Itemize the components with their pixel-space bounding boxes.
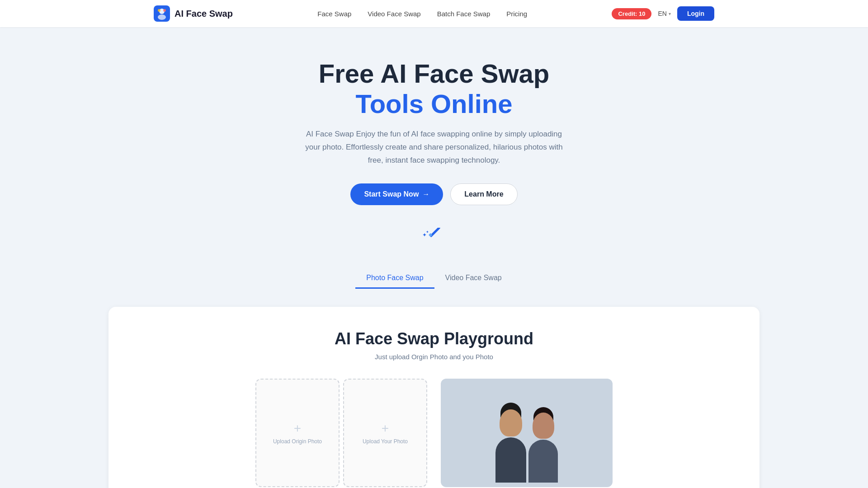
magic-wand-icon: ✦ ✦ xyxy=(422,228,446,256)
credit-badge: Credit: 10 xyxy=(612,8,651,19)
arrow-right-icon: → xyxy=(422,190,429,198)
upload-plus-icon-2: + xyxy=(382,421,389,436)
upload-origin-label: Upload Origin Photo xyxy=(273,438,322,445)
head-2 xyxy=(533,413,554,439)
result-area xyxy=(441,379,613,487)
hero-title-line2: Tools Online xyxy=(9,89,859,119)
head-1 xyxy=(500,409,522,436)
nav-face-swap[interactable]: Face Swap xyxy=(317,10,351,18)
hero-buttons: Start Swap Now → Learn More xyxy=(9,183,859,205)
nav-pricing[interactable]: Pricing xyxy=(506,10,527,18)
header: AI Face Swap Face Swap Video Face Swap B… xyxy=(0,0,868,27)
magic-icon-area: ✦ ✦ xyxy=(9,228,859,256)
tabs-area: Photo Face Swap Video Face Swap xyxy=(9,268,859,289)
person-figure-2 xyxy=(528,407,558,483)
nav-video-face-swap[interactable]: Video Face Swap xyxy=(368,10,420,18)
result-photo xyxy=(441,379,613,487)
body-1 xyxy=(495,437,526,483)
logo[interactable]: AI Face Swap xyxy=(154,5,233,22)
lang-selector[interactable]: EN ▾ xyxy=(658,10,670,17)
upload-your-photo[interactable]: + Upload Your Photo xyxy=(343,379,427,487)
playground-title: AI Face Swap Playground xyxy=(127,329,741,348)
header-right: Credit: 10 EN ▾ Login xyxy=(612,6,714,21)
hero-section: Free AI Face Swap Tools Online AI Face S… xyxy=(0,27,868,307)
tab-photo-face-swap[interactable]: Photo Face Swap xyxy=(355,268,434,289)
login-button[interactable]: Login xyxy=(677,6,714,21)
chevron-down-icon: ▾ xyxy=(669,11,671,16)
lang-label: EN xyxy=(658,10,666,17)
playground-section: AI Face Swap Playground Just upload Orgi… xyxy=(0,307,868,488)
nav-batch-face-swap[interactable]: Batch Face Swap xyxy=(437,10,491,18)
playground-subtitle: Just upload Orgin Photo and you Photo xyxy=(127,353,741,361)
logo-icon xyxy=(154,5,170,22)
hero-subtitle: AI Face Swap Enjoy the fun of AI face sw… xyxy=(298,128,570,167)
playground-content: + Upload Origin Photo + Upload Your Phot… xyxy=(127,379,741,487)
hero-title: Free AI Face Swap Tools Online xyxy=(9,59,859,119)
learn-more-button[interactable]: Learn More xyxy=(450,183,517,205)
tab-video-face-swap[interactable]: Video Face Swap xyxy=(434,268,513,289)
upload-origin-photo[interactable]: + Upload Origin Photo xyxy=(255,379,340,487)
start-swap-button[interactable]: Start Swap Now → xyxy=(350,183,443,205)
svg-point-2 xyxy=(158,14,166,20)
svg-point-4 xyxy=(163,9,166,12)
upload-plus-icon: + xyxy=(294,421,301,436)
logo-text: AI Face Swap xyxy=(175,9,233,19)
upload-your-label: Upload Your Photo xyxy=(363,438,408,445)
svg-point-3 xyxy=(158,9,160,12)
upload-pair: + Upload Origin Photo + Upload Your Phot… xyxy=(255,379,427,487)
body-2 xyxy=(528,440,558,483)
person-figure-1 xyxy=(495,403,526,483)
svg-text:✦: ✦ xyxy=(426,230,429,234)
main-nav: Face Swap Video Face Swap Batch Face Swa… xyxy=(317,10,527,18)
